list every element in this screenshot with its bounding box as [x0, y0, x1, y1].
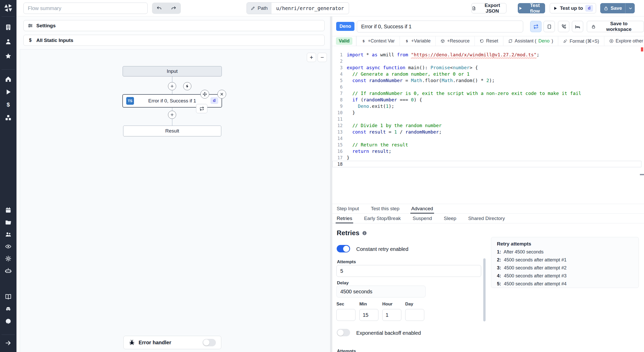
tab-step-input[interactable]: Step Input [337, 204, 359, 213]
assistant-button[interactable]: Assistant (Deno) [503, 36, 558, 46]
code-line-16[interactable]: 16 return result; [332, 148, 644, 154]
delay-sec-input[interactable] [336, 309, 355, 321]
error-handler-toggle[interactable] [202, 339, 216, 346]
code-line-1[interactable]: 1import * as wmill from "https://deno.la… [332, 51, 644, 58]
zoom-out-button[interactable]: − [318, 53, 327, 62]
code-line-11[interactable]: 11 [332, 116, 644, 122]
github-icon[interactable] [5, 318, 12, 325]
subtab-retries[interactable]: Retries [337, 214, 352, 223]
editor-toolbar: Valid $ +Context Var $ +Variable +Resour… [332, 36, 644, 46]
format-button[interactable]: Format (⌘+S) [558, 36, 604, 46]
tab-advanced[interactable]: Advanced [411, 204, 433, 213]
move-step-handle[interactable] [200, 90, 209, 99]
add-context-var-button[interactable]: $ +Context Var [356, 36, 400, 46]
delete-step-button[interactable] [217, 90, 226, 99]
flow-summary-input[interactable] [23, 3, 148, 14]
path-value[interactable]: u/henri/error_generator [272, 3, 349, 14]
save-dropdown-button[interactable] [625, 3, 635, 13]
step-retry-indicator[interactable] [196, 104, 207, 113]
all-static-inputs-button[interactable]: $ All Static Inputs [23, 35, 325, 46]
webhook-button[interactable] [558, 21, 569, 32]
delay-day-input[interactable] [405, 309, 424, 321]
star-icon[interactable] [5, 52, 12, 60]
subtab-suspend[interactable]: Suspend [413, 214, 432, 223]
sleep-button[interactable] [572, 21, 583, 32]
code-line-5[interactable]: 5 const randomNumber = Math.floor(Math.r… [332, 77, 644, 84]
code-editor[interactable]: 1import * as wmill from "https://deno.la… [332, 46, 644, 204]
subtab-shared-directory[interactable]: Shared Directory [468, 214, 505, 223]
code-line-17[interactable]: 17} [332, 154, 644, 161]
code-line-10[interactable]: 10 } [332, 109, 644, 116]
code-line-14[interactable]: 14 [332, 135, 644, 142]
settings-label: Settings [36, 23, 56, 29]
subtab-sleep[interactable]: Sleep [444, 214, 456, 223]
mobile-view-button[interactable] [544, 21, 555, 32]
info-icon[interactable] [362, 231, 367, 236]
add-resource-label: +Resource [447, 38, 470, 44]
step-name-input[interactable] [357, 21, 523, 32]
insert-step-button[interactable] [168, 111, 176, 119]
code-line-13[interactable]: 13 const result = 1 / randomNumber; [332, 129, 644, 135]
line-number: 10 [334, 110, 343, 115]
dollar-icon[interactable]: $ [5, 101, 12, 108]
code-line-15[interactable]: 15 // Return the result [332, 142, 644, 148]
code-line-2[interactable]: 2 [332, 58, 644, 64]
add-resource-button[interactable]: +Resource [436, 36, 475, 46]
save-button[interactable]: Save [599, 3, 625, 13]
delay-input[interactable] [336, 286, 426, 297]
gear-icon[interactable] [5, 255, 12, 262]
add-variable-button[interactable]: $ +Variable [400, 36, 436, 46]
delay-hour-input[interactable] [382, 309, 401, 321]
delay-min-input[interactable] [359, 309, 378, 321]
insert-step-button[interactable] [168, 82, 176, 90]
subtab-early-stop-break[interactable]: Early Stop/Break [364, 214, 401, 223]
retries-scrollbar[interactable] [483, 258, 486, 321]
windmill-logo[interactable] [3, 3, 13, 13]
settings-button[interactable]: Settings [23, 20, 325, 31]
user-icon[interactable] [5, 38, 12, 45]
trigger-button[interactable] [183, 82, 191, 90]
code-line-4[interactable]: 4 // Generate a random number, either 0 … [332, 71, 644, 77]
discord-icon[interactable] [5, 306, 12, 312]
robot-icon[interactable] [5, 267, 12, 274]
code-line-3[interactable]: 3export async function main(): Promise<n… [332, 64, 644, 71]
result-node[interactable]: Result [123, 126, 221, 136]
code-line-9[interactable]: 9 Deno.exit(1); [332, 103, 644, 109]
retries-toggle-button[interactable] [530, 21, 541, 32]
play-icon[interactable] [5, 89, 12, 95]
tab-test-this-step[interactable]: Test this step [371, 204, 400, 213]
users-icon[interactable] [5, 231, 12, 238]
arrow-right-icon[interactable] [5, 340, 12, 346]
attempts-input[interactable] [336, 265, 481, 277]
code-line-7[interactable]: 7 // If randomNumber is 0, exit the scri… [332, 90, 644, 96]
cubes-icon[interactable] [5, 114, 12, 121]
test-flow-button[interactable]: Test flow [518, 3, 545, 13]
undo-button[interactable] [152, 3, 166, 14]
save-label: Save [611, 5, 622, 11]
input-node[interactable]: Input [123, 66, 222, 76]
zoom-in-button[interactable]: + [307, 53, 316, 62]
error-handler-node[interactable]: Error handler [123, 336, 221, 349]
folder-icon[interactable] [5, 219, 12, 226]
export-json-button[interactable]: Export JSON [471, 3, 506, 13]
code-line-18[interactable]: 18 [332, 161, 641, 167]
explore-scripts-button[interactable]: Explore other s [604, 36, 644, 46]
eye-icon[interactable] [5, 243, 12, 250]
code-line-6[interactable]: 6 [332, 84, 644, 90]
code-line-8[interactable]: 8 if (randomNumber === 0) { [332, 96, 644, 103]
constant-retry-toggle[interactable] [337, 245, 350, 252]
code-line-12[interactable]: 12 // Divide 1 by the random number [332, 122, 644, 129]
redo-button[interactable] [166, 3, 181, 14]
calendar-icon[interactable] [5, 207, 12, 214]
building-icon[interactable] [5, 24, 12, 31]
reset-button[interactable]: Reset [475, 36, 503, 46]
test-up-to-button[interactable]: Test up to d [550, 3, 596, 13]
path-field[interactable]: Path u/henri/error_generator [247, 2, 349, 14]
exponential-backoff-toggle[interactable] [337, 329, 350, 336]
book-icon[interactable] [5, 293, 12, 300]
panel-divider[interactable] [330, 16, 332, 352]
home-icon[interactable] [5, 76, 12, 83]
save-button-group: Save [600, 3, 635, 13]
flow-graph-canvas[interactable]: + − Input TS Error if 0, Success if 1 d … [20, 49, 330, 352]
save-to-workspace-button[interactable]: Save to workspace [587, 21, 644, 32]
